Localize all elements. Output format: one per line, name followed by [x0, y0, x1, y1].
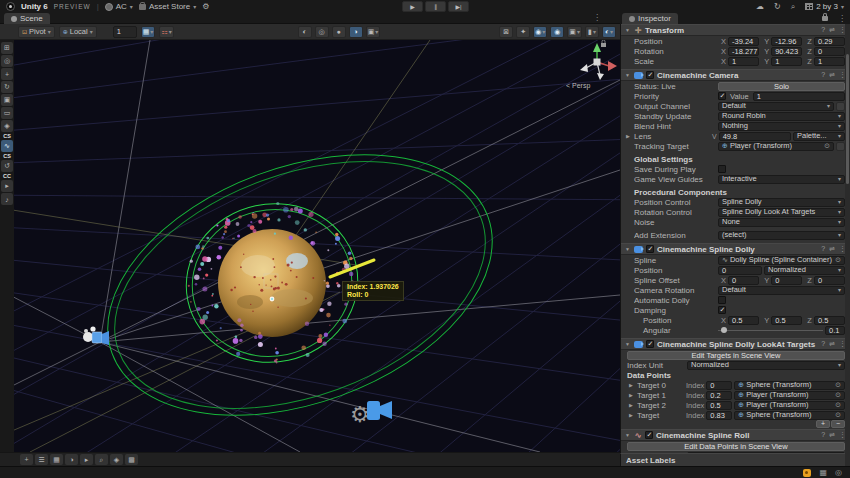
- inspector-scrollbar[interactable]: [845, 24, 850, 466]
- scene-visibility-dropdown[interactable]: ◉▾: [533, 26, 547, 38]
- target-object-field[interactable]: ⊕ Sphere (Transform) ⊙: [734, 411, 845, 420]
- foldout-closed-icon[interactable]: ▶: [626, 133, 632, 139]
- target-object-field[interactable]: ⊕ Player (Transform) ⊙: [734, 391, 845, 400]
- save-during-play-checkbox[interactable]: [718, 165, 726, 173]
- grid-visual-dropdown[interactable]: ▮▾: [585, 26, 599, 38]
- foldout-open-icon[interactable]: ▼: [625, 432, 631, 438]
- position-x-field[interactable]: -39.24: [728, 37, 759, 46]
- asset-labels-footer[interactable]: Asset Labels: [620, 453, 850, 466]
- damping-z-field[interactable]: 0.5: [814, 316, 845, 325]
- damping-checkbox[interactable]: [718, 306, 726, 314]
- pivot-mode-dropdown[interactable]: ⊡ Pivot ▾: [18, 26, 55, 38]
- cinemachine-tool-icon[interactable]: ▸: [1, 180, 13, 192]
- preset-icon[interactable]: ⇌: [829, 26, 835, 34]
- tab-inspector[interactable]: Inspector: [622, 13, 678, 24]
- shaded-mode-button[interactable]: ◐: [298, 26, 312, 38]
- object-picker-icon[interactable]: ⊙: [824, 142, 830, 150]
- orientation-gizmo[interactable]: [580, 43, 617, 80]
- preset-icon[interactable]: ⇌: [829, 245, 835, 253]
- overlay-play-icon[interactable]: ▸: [80, 454, 93, 465]
- overlay-grid-icon[interactable]: ▦: [50, 454, 63, 465]
- help-icon[interactable]: ?: [821, 245, 825, 253]
- spline-object-field[interactable]: ∿ Dolly Spline (Spline Container) ⊙: [718, 256, 845, 265]
- position-z-field[interactable]: 0.29: [814, 37, 845, 46]
- dolly-camera-gizmo[interactable]: [83, 326, 109, 345]
- game-view-guides-dropdown[interactable]: Interactive: [718, 175, 845, 184]
- settings-gear-icon[interactable]: ⚙: [202, 2, 209, 11]
- view-tool-icon[interactable]: ◎: [1, 55, 13, 67]
- object-picker-icon[interactable]: ⊙: [835, 381, 841, 389]
- pause-button[interactable]: ∥: [425, 1, 446, 12]
- spline-position-field[interactable]: 0: [718, 266, 762, 275]
- object-picker-icon[interactable]: ⊙: [835, 256, 841, 264]
- orientation-dropdown[interactable]: ⊕ Local ▾: [59, 26, 97, 38]
- overlay-zoom-icon[interactable]: ⌕: [95, 454, 108, 465]
- foldout-closed-icon[interactable]: ▶: [629, 412, 635, 418]
- blend-hint-dropdown[interactable]: Nothing: [718, 122, 845, 131]
- scene-lock-icon[interactable]: [601, 40, 606, 47]
- spline-roll-tool-icon[interactable]: ↺: [1, 160, 13, 172]
- tracking-target-options-button[interactable]: [836, 142, 845, 151]
- priority-value-field[interactable]: 1: [753, 92, 845, 101]
- inspector-menu-icon[interactable]: ⋮: [834, 14, 850, 23]
- 2d-toggle-button[interactable]: ◎: [315, 26, 329, 38]
- rotation-x-field[interactable]: -18.277: [728, 47, 759, 56]
- position-y-field[interactable]: -12.96: [771, 37, 802, 46]
- lighting-toggle-button[interactable]: ●: [332, 26, 346, 38]
- lens-mode-label[interactable]: V: [712, 133, 717, 140]
- overlay-shading-icon[interactable]: ◑: [65, 454, 78, 465]
- preset-icon[interactable]: ⇌: [829, 431, 835, 439]
- remove-datapoint-button[interactable]: −: [831, 420, 845, 428]
- foldout-closed-icon[interactable]: ▶: [629, 382, 635, 388]
- package-manager-icon[interactable]: ▦: [819, 468, 827, 477]
- layout-dropdown[interactable]: 2 by 3 ▾: [805, 2, 844, 11]
- inspector-lock-icon[interactable]: [822, 16, 828, 21]
- progress-activity-icon[interactable]: ◎: [835, 468, 842, 477]
- overlay-move-icon[interactable]: +: [20, 454, 33, 465]
- rotation-control-dropdown[interactable]: Spline Dolly Look At Targets: [718, 208, 845, 217]
- foldout-open-icon[interactable]: ▼: [625, 341, 631, 347]
- snap-increment-field[interactable]: 1: [113, 26, 137, 38]
- offset-y-field[interactable]: 0: [771, 276, 802, 285]
- spline-dolly-header[interactable]: ▼ Cinemachine Spline Dolly ? ⇌ ⋮: [621, 243, 850, 255]
- damping-x-field[interactable]: 0.5: [728, 316, 759, 325]
- camera-preview-button[interactable]: ◉: [550, 26, 564, 38]
- component-enabled-checkbox[interactable]: [646, 245, 654, 253]
- foldout-open-icon[interactable]: ▼: [625, 246, 631, 252]
- gizmos-dropdown[interactable]: ◐▾: [602, 26, 616, 38]
- gizmo-select-button[interactable]: ✦: [516, 26, 530, 38]
- add-datapoint-button[interactable]: +: [816, 420, 830, 428]
- component-enabled-checkbox[interactable]: [646, 340, 654, 348]
- rotation-z-field[interactable]: 0: [814, 47, 845, 56]
- scene-dock-menu-icon[interactable]: ⋮: [589, 13, 605, 23]
- lookat-targets-header[interactable]: ▼ Cinemachine Spline Dolly LookAt Target…: [621, 338, 850, 350]
- offset-z-field[interactable]: 0: [814, 276, 845, 285]
- noise-dropdown[interactable]: None: [718, 218, 845, 227]
- history-icon[interactable]: ↻: [774, 2, 781, 11]
- output-channel-options-button[interactable]: [836, 102, 845, 111]
- tracking-target-field[interactable]: ⊕ Player (Transform) ⊙: [718, 142, 834, 151]
- cloud-icon[interactable]: ☁: [756, 2, 764, 11]
- help-icon[interactable]: ?: [821, 26, 825, 34]
- automatic-dolly-checkbox[interactable]: [718, 296, 726, 304]
- position-control-dropdown[interactable]: Spline Dolly: [718, 198, 845, 207]
- foldout-closed-icon[interactable]: ▶: [629, 402, 635, 408]
- foldout-open-icon[interactable]: ▼: [625, 72, 631, 78]
- planet-sphere[interactable]: [218, 229, 326, 337]
- bake-status-icon[interactable]: [803, 469, 811, 477]
- spline-edit-tool-icon[interactable]: ∿: [1, 140, 13, 152]
- target-index-field[interactable]: 0: [706, 381, 732, 390]
- target-index-field[interactable]: 0.83: [706, 411, 732, 420]
- angular-slider[interactable]: [718, 326, 823, 335]
- asset-store-menu[interactable]: Asset Store ▾: [139, 2, 196, 11]
- transform-tool-icon[interactable]: ◈: [1, 120, 13, 132]
- move-tool-icon[interactable]: +: [1, 68, 13, 80]
- component-enabled-checkbox[interactable]: [646, 71, 654, 79]
- rotate-tool-icon[interactable]: ↻: [1, 81, 13, 93]
- preset-icon[interactable]: ⇌: [829, 71, 835, 79]
- preset-icon[interactable]: ⇌: [829, 340, 835, 348]
- transform-header[interactable]: ▼ ✛ Transform ? ⇌ ⋮: [621, 24, 850, 36]
- overlay-toggle-button[interactable]: ⊠: [499, 26, 513, 38]
- output-channel-dropdown[interactable]: Default: [718, 102, 834, 111]
- target-object-field[interactable]: ⊕ Player (Transform) ⊙: [734, 401, 845, 410]
